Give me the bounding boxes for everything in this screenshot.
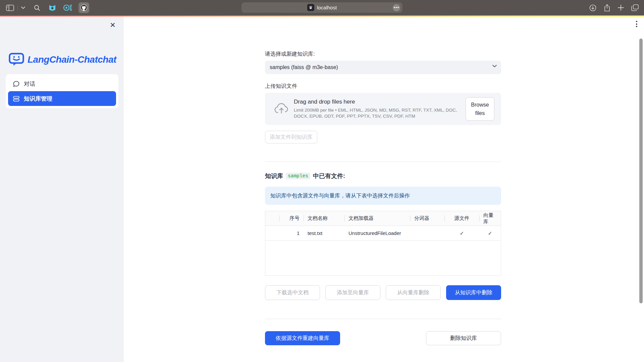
kb-files-table[interactable]: 序号 文档名称 文档加载器 分词器 源文件 向量库 1 test.txt Uns… (265, 211, 501, 276)
table-empty-area (265, 241, 501, 276)
tab-overview-icon[interactable] (631, 4, 639, 11)
search-icon[interactable] (34, 5, 40, 11)
logo-chat-icon (9, 53, 24, 67)
sidebar: ✕ LangChain-Chatchat 对话 (0, 16, 124, 362)
delete-from-kb-button[interactable]: 从知识库中删除 (446, 285, 501, 300)
delete-from-vector-store-button[interactable]: 从向量库删除 (386, 285, 441, 300)
download-selected-button[interactable]: 下载选中文档 (265, 285, 320, 300)
download-icon[interactable] (589, 4, 596, 11)
row-number-cell: 1 (279, 226, 304, 240)
url-text: localhost (317, 5, 337, 10)
file-action-buttons: 下载选中文档 添加至向量库 从向量库删除 从知识库中删除 (265, 285, 501, 300)
select-column-header[interactable] (265, 211, 279, 226)
kb-name-code: samples (286, 173, 310, 179)
info-alert: 知识库中包含源文件与向量库，请从下表中选择文件后操作 (265, 187, 501, 205)
column-header[interactable]: 分词器 (410, 211, 444, 226)
chevron-down-icon[interactable] (21, 6, 25, 9)
main-content: 请选择或新建知识库: samples (faiss @ m3e-base) 上传… (265, 16, 501, 345)
vector-store-check: ✓ (479, 226, 501, 240)
page-scrollbar[interactable] (639, 39, 643, 303)
circles-extension-icon[interactable] (63, 4, 72, 12)
toolbar-divider (17, 5, 18, 11)
chevron-down-icon (492, 65, 497, 67)
sidebar-nav: 对话 知识库管理 (6, 74, 118, 108)
close-icon[interactable]: ✕ (108, 21, 117, 29)
share-icon[interactable] (604, 4, 610, 12)
heading-prefix: 知识库 (265, 172, 283, 180)
sidebar-item-label: 对话 (24, 80, 35, 88)
row-select-cell[interactable] (265, 226, 279, 240)
splitter-cell (410, 226, 444, 240)
table-row[interactable]: 1 test.txt UnstructuredFileLoader ✓ ✓ (265, 226, 501, 241)
ellipsis-icon[interactable]: ••• (393, 4, 400, 11)
page-menu-icon[interactable] (636, 21, 637, 27)
doc-name-cell: test.txt (304, 226, 344, 240)
divider (265, 319, 501, 319)
sidebar-toggle-icon[interactable] (6, 5, 14, 11)
column-header[interactable]: 向量库 (479, 211, 501, 226)
logo-text: LangChain-Chatchat (28, 54, 116, 65)
file-dropzone[interactable]: Drag and drop files here Limit 200MB per… (265, 93, 501, 125)
upload-label: 上传知识文件 (265, 83, 501, 90)
browser-toolbar: ♛ localhost ••• (0, 0, 644, 15)
browse-files-button[interactable]: Browse files (466, 97, 494, 121)
column-header[interactable]: 序号 (279, 211, 304, 226)
github-extension-icon[interactable] (78, 2, 89, 13)
dropzone-title: Drag and drop files here (294, 99, 461, 105)
column-header[interactable]: 文档加载器 (344, 211, 410, 226)
add-files-button[interactable]: 添加文件到知识库 (265, 131, 317, 143)
site-favicon: ♛ (307, 4, 314, 11)
plus-icon[interactable] (618, 5, 624, 11)
delete-kb-button[interactable]: 删除知识库 (426, 331, 501, 345)
table-header-row: 序号 文档名称 文档加载器 分词器 源文件 向量库 (265, 211, 501, 226)
app-logo: LangChain-Chatchat (9, 53, 116, 67)
cat-extension-icon[interactable] (48, 4, 56, 12)
sidebar-item-chat[interactable]: 对话 (8, 76, 116, 91)
sidebar-item-label: 知识库管理 (24, 95, 52, 103)
divider (265, 162, 501, 162)
address-bar[interactable]: ♛ localhost ••• (241, 2, 402, 13)
rebuild-vector-store-button[interactable]: 依据源文件重建向量库 (265, 331, 340, 345)
doc-loader-cell: UnstructuredFileLoader (344, 226, 410, 240)
sidebar-item-knowledge-base[interactable]: 知识库管理 (8, 91, 116, 106)
source-file-check: ✓ (444, 226, 479, 240)
knowledge-base-icon (13, 96, 19, 102)
kb-files-heading: 知识库 samples 中已有文件: (265, 172, 501, 180)
kb-select-label: 请选择或新建知识库: (265, 51, 501, 58)
column-header[interactable]: 文档名称 (304, 211, 344, 226)
kb-select[interactable]: samples (faiss @ m3e-base) (265, 61, 501, 74)
kb-selected-value: samples (faiss @ m3e-base) (270, 64, 338, 70)
chat-bubble-icon (13, 81, 19, 87)
app-viewport: ✕ LangChain-Chatchat 对话 (0, 16, 644, 362)
cloud-upload-icon (274, 102, 289, 116)
kb-management-buttons: 依据源文件重建向量库 删除知识库 (265, 331, 501, 345)
add-to-vector-store-button[interactable]: 添加至向量库 (325, 285, 380, 300)
column-header[interactable]: 源文件 (444, 211, 479, 226)
heading-suffix: 中已有文件: (313, 172, 345, 180)
dropzone-hint: Limit 200MB per file • EML, HTML, JSON, … (294, 107, 461, 119)
